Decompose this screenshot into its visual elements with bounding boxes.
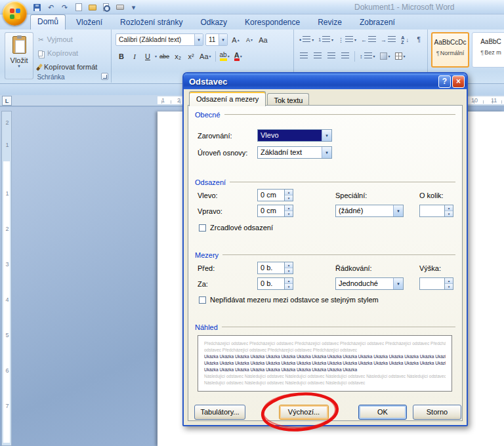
at-spinner[interactable]: ▴▾	[419, 277, 453, 290]
cut-button[interactable]: ✂ Vyjmout	[37, 33, 109, 45]
by-spinner[interactable]: ▴▾	[419, 205, 453, 217]
preview-line: Následující odstavec Následující odstave…	[204, 380, 446, 386]
spin-down-icon[interactable]: ▾	[285, 195, 293, 201]
default-button[interactable]: Výchozí...	[279, 405, 329, 420]
shading-button[interactable]: ▾	[379, 50, 392, 62]
preview-line: odstavec Předcházející odstavec Předcház…	[204, 347, 446, 354]
print-button[interactable]	[114, 2, 125, 12]
mirror-indents-checkbox[interactable]	[199, 224, 206, 232]
indent-left-spinner[interactable]: 0 cm ▴▾	[257, 189, 293, 201]
office-button[interactable]	[3, 1, 27, 26]
shrink-font-button[interactable]: A▾	[243, 33, 255, 46]
spin-up-icon[interactable]: ▴	[445, 278, 453, 284]
align-right-button[interactable]	[326, 50, 337, 62]
spin-up-icon[interactable]: ▴	[285, 278, 293, 284]
alignment-combo[interactable]: Vlevo ▾	[257, 129, 332, 142]
dialog-titlebar[interactable]: Odstavec ? ×	[184, 73, 467, 89]
format-painter-button[interactable]: Kopírovat formát	[37, 61, 109, 73]
tab-rozlozeni-stranky[interactable]: Rozložení stránky	[113, 15, 190, 30]
spin-up-icon[interactable]: ▴	[285, 190, 293, 195]
style-no-spacing[interactable]: AaBbC ¶Bez m	[472, 32, 504, 68]
change-case-button[interactable]: Aa▾	[198, 50, 212, 62]
undo-button[interactable]: ↶	[45, 2, 56, 12]
print-preview-button[interactable]	[100, 2, 112, 12]
spin-down-icon[interactable]: ▾	[285, 284, 293, 289]
spin-up-icon[interactable]: ▴	[285, 262, 293, 268]
tab-odkazy[interactable]: Odkazy	[193, 15, 234, 30]
tab-revize[interactable]: Revize	[310, 15, 349, 30]
spin-down-icon[interactable]: ▾	[285, 211, 293, 216]
spacing-before-spinner[interactable]: 0 b. ▴▾	[257, 262, 293, 274]
clear-formatting-icon: Aa	[259, 36, 267, 44]
multilevel-list-button[interactable]: ⋮▾	[337, 33, 358, 46]
tab-indents-spacing[interactable]: Odsazení a mezery	[189, 91, 266, 106]
increase-indent-button[interactable]: →	[379, 33, 397, 46]
save-button[interactable]	[32, 2, 43, 12]
paste-button[interactable]: Vložit ▾	[5, 32, 33, 79]
borders-button[interactable]: ▾	[394, 50, 407, 62]
pilcrow-icon: ¶	[417, 36, 420, 43]
font-name-combo[interactable]: Calibri (Základní text) ▾	[116, 33, 203, 46]
decrease-indent-button[interactable]: ←	[360, 33, 377, 46]
dialog-tab-page: Obecné Zarovnání: Vlevo ▾ Úroveň osnovy:…	[188, 105, 463, 421]
vertical-ruler[interactable]: 2 1 1 2 3 4 5 6 7	[1, 111, 12, 446]
open-button[interactable]	[87, 2, 98, 12]
indent-right-spinner[interactable]: 0 cm ▴▾	[257, 205, 293, 217]
style-name: ¶Normální	[432, 50, 468, 56]
close-icon: ×	[456, 77, 461, 86]
justify-button[interactable]	[339, 50, 351, 62]
sort-button[interactable]: AZ↓	[399, 33, 411, 46]
font-color-button[interactable]: A▾	[232, 50, 244, 62]
spin-down-icon[interactable]: ▾	[445, 284, 453, 289]
tab-domu[interactable]: Domů	[30, 14, 66, 30]
redo-button[interactable]: ↷	[59, 2, 70, 12]
copy-button[interactable]: Kopírovat	[37, 47, 109, 59]
line-spacing-combo[interactable]: Jednoduché ▾	[335, 277, 404, 290]
superscript-button[interactable]: x²	[185, 50, 197, 62]
dialog-close-button[interactable]: ×	[452, 75, 465, 88]
underline-button[interactable]: U	[142, 50, 154, 62]
text-highlight-button[interactable]: ab▾	[219, 50, 231, 62]
dialog-help-button[interactable]: ?	[438, 75, 451, 88]
no-space-checkbox[interactable]	[199, 296, 206, 304]
tab-vlozeni[interactable]: Vložení	[69, 15, 110, 30]
tab-selector[interactable]: L	[2, 96, 12, 106]
qat-customize-button[interactable]: ▾	[128, 2, 139, 12]
spin-up-icon[interactable]: ▴	[445, 205, 453, 211]
spacing-after-value: 0 b.	[258, 278, 284, 289]
tab-zobrazeni[interactable]: Zobrazení	[352, 15, 402, 30]
align-left-button[interactable]	[298, 50, 310, 62]
tabs-button[interactable]: Tabulátory...	[194, 405, 245, 420]
strikethrough-button[interactable]: abe	[158, 50, 171, 62]
ok-button[interactable]: OK	[358, 405, 407, 420]
style-normal[interactable]: AaBbCcDc ¶Normální	[431, 32, 469, 68]
font-size-combo[interactable]: 11 ▾	[205, 33, 228, 46]
spin-down-icon[interactable]: ▾	[445, 211, 453, 216]
line-spacing-button[interactable]: ↕▾	[358, 50, 377, 62]
bold-button[interactable]: B	[116, 50, 127, 62]
clipboard-dialog-launcher[interactable]	[101, 73, 108, 80]
help-icon: ?	[442, 77, 447, 86]
show-marks-button[interactable]: ¶	[413, 33, 425, 46]
new-document-button[interactable]	[73, 2, 84, 12]
italic-button[interactable]: I	[129, 50, 140, 62]
bullets-button[interactable]: •▾	[298, 33, 315, 46]
section-preview: Náhled	[195, 323, 455, 331]
align-left-icon	[300, 52, 308, 60]
spin-down-icon[interactable]: ▾	[285, 268, 293, 274]
special-combo[interactable]: (žádné) ▾	[335, 205, 404, 217]
grow-font-button[interactable]: A▴	[230, 33, 242, 46]
align-center-button[interactable]	[312, 50, 324, 62]
outline-level-combo[interactable]: Základní text ▾	[257, 146, 332, 159]
subscript-button[interactable]: x₂	[172, 50, 184, 62]
spacing-after-spinner[interactable]: 0 b. ▴▾	[257, 277, 293, 290]
numbering-button[interactable]: 1▾	[317, 33, 335, 46]
chevron-down-icon: ▾	[132, 3, 136, 12]
preview-line: Následující odstavec Následující odstave…	[204, 373, 446, 380]
highlight-icon: ab	[220, 52, 227, 61]
cancel-button[interactable]: Storno	[413, 405, 461, 420]
clear-formatting-button[interactable]: Aa	[257, 33, 269, 46]
tab-korespondence[interactable]: Korespondence	[238, 15, 307, 30]
chevron-down-icon[interactable]: ▾	[155, 54, 157, 58]
spin-up-icon[interactable]: ▴	[285, 205, 293, 211]
